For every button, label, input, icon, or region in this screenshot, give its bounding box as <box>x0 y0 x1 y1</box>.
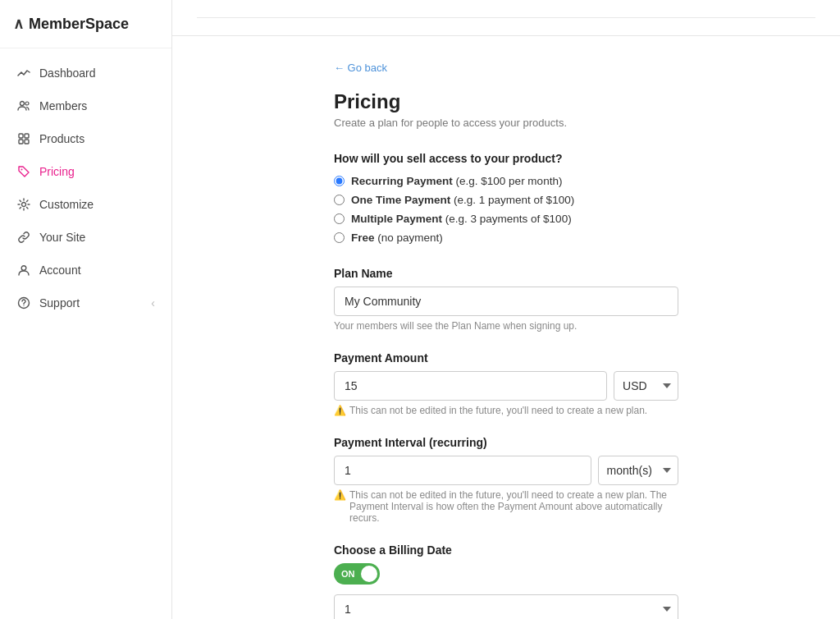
plan-name-input[interactable] <box>334 287 678 316</box>
top-bar <box>172 0 840 36</box>
option-one-time-example: (e.g. 1 payment of $100) <box>454 194 574 206</box>
main-content: ← Go back Pricing Create a plan for peop… <box>172 0 840 619</box>
payment-amount-label: Payment Amount <box>334 351 678 365</box>
toggle-row: ON <box>334 563 678 585</box>
logo: ∧ MemberSpace <box>0 0 171 48</box>
svg-rect-2 <box>19 134 23 138</box>
sidebar-item-support[interactable]: Support ‹ <box>0 287 171 319</box>
pricing-label: Pricing <box>39 165 75 178</box>
sidebar-item-account[interactable]: Account <box>0 254 171 287</box>
option-free-example: (no payment) <box>377 232 443 244</box>
products-label: Products <box>39 132 84 145</box>
logo-icon: ∧ <box>13 15 24 33</box>
link-icon <box>16 230 31 245</box>
payment-amount-warning: ⚠️ This can not be edited in the future,… <box>334 405 678 416</box>
payment-amount-group: Payment Amount USD EUR GBP CAD AUD ⚠️ Th… <box>334 351 678 416</box>
sidebar-item-your-site[interactable]: Your Site <box>0 221 171 254</box>
option-free[interactable]: Free (no payment) <box>334 232 678 244</box>
option-one-time-label: One Time Payment <box>351 194 450 206</box>
plan-name-group: Plan Name Your members will see the Plan… <box>334 267 678 332</box>
page-subtitle: Create a plan for people to access your … <box>334 117 678 129</box>
payment-interval-row: day(s) week(s) month(s) year(s) <box>334 456 678 485</box>
tag-icon <box>16 164 31 179</box>
go-back-link[interactable]: ← Go back <box>334 62 387 74</box>
billing-date-label: Choose a Billing Date <box>334 543 678 557</box>
sidebar-item-products[interactable]: Products <box>0 122 171 155</box>
dashboard-label: Dashboard <box>39 66 96 80</box>
products-icon <box>16 131 31 146</box>
support-label: Support <box>39 296 80 310</box>
sell-access-section: How will you sell access to your product… <box>334 152 678 244</box>
form-container: ← Go back Pricing Create a plan for peop… <box>301 36 711 619</box>
payment-interval-warning-text: This can not be edited in the future, yo… <box>349 489 678 524</box>
content-area: ← Go back Pricing Create a plan for peop… <box>172 36 840 619</box>
option-recurring-label: Recurring Payment <box>351 175 453 187</box>
svg-point-6 <box>21 169 23 171</box>
option-recurring-example: (e.g. $100 per month) <box>456 175 563 187</box>
chart-icon <box>16 66 31 80</box>
customize-label: Customize <box>39 198 94 211</box>
svg-point-7 <box>22 203 26 207</box>
billing-date-select[interactable]: 1 2 3 4 5 6 7 8 9 10 11 12 13 14 15 16 1 <box>334 594 678 619</box>
payment-amount-input[interactable] <box>334 371 607 401</box>
option-one-time[interactable]: One Time Payment (e.g. 1 payment of $100… <box>334 194 678 206</box>
radio-free[interactable] <box>334 232 345 243</box>
plan-name-label: Plan Name <box>334 267 678 280</box>
sell-question: How will you sell access to your product… <box>334 152 678 165</box>
payment-interval-warning: ⚠️ This can not be edited in the future,… <box>334 489 678 524</box>
option-free-label: Free <box>351 232 375 244</box>
billing-date-toggle[interactable]: ON <box>334 563 380 585</box>
sidebar-item-pricing[interactable]: Pricing <box>0 155 171 188</box>
radio-recurring[interactable] <box>334 176 345 186</box>
svg-point-8 <box>21 266 26 271</box>
sidebar: ∧ MemberSpace Dashboard Members <box>0 0 172 619</box>
toggle-knob <box>361 566 377 582</box>
svg-rect-4 <box>19 140 23 144</box>
svg-point-0 <box>21 102 25 106</box>
radio-one-time[interactable] <box>334 195 345 205</box>
toggle-on-label: ON <box>338 569 355 579</box>
svg-point-1 <box>25 102 29 105</box>
option-recurring[interactable]: Recurring Payment (e.g. $100 per month) <box>334 175 678 187</box>
payment-amount-warning-text: This can not be edited in the future, yo… <box>349 405 647 416</box>
plan-name-hint: Your members will see the Plan Name when… <box>334 320 678 332</box>
payment-amount-row: USD EUR GBP CAD AUD <box>334 371 678 401</box>
option-multiple[interactable]: Multiple Payment (e.g. 3 payments of $10… <box>334 213 678 225</box>
currency-select[interactable]: USD EUR GBP CAD AUD <box>614 371 678 401</box>
interval-number-input[interactable] <box>334 456 591 485</box>
people-icon <box>16 99 31 113</box>
gear-icon <box>16 197 31 212</box>
help-icon <box>16 296 31 310</box>
option-multiple-example: (e.g. 3 payments of $100) <box>445 213 572 225</box>
sidebar-item-dashboard[interactable]: Dashboard <box>0 57 171 89</box>
payment-options: Recurring Payment (e.g. $100 per month) … <box>334 175 678 244</box>
sidebar-item-customize[interactable]: Customize <box>0 188 171 221</box>
logo-text: MemberSpace <box>29 16 129 33</box>
billing-date-section: Choose a Billing Date ON 1 2 3 4 5 6 7 8 <box>334 543 678 619</box>
payment-interval-label: Payment Interval (recurring) <box>334 436 678 449</box>
option-multiple-label: Multiple Payment <box>351 213 442 225</box>
person-icon <box>16 263 31 277</box>
interval-select[interactable]: day(s) week(s) month(s) year(s) <box>598 456 678 485</box>
sidebar-nav: Dashboard Members <box>0 57 171 319</box>
svg-rect-5 <box>25 140 29 144</box>
sidebar-item-members[interactable]: Members <box>0 89 171 122</box>
account-label: Account <box>39 264 81 277</box>
svg-rect-3 <box>25 134 29 138</box>
page-title: Pricing <box>334 90 678 113</box>
members-label: Members <box>39 99 87 112</box>
payment-interval-group: Payment Interval (recurring) day(s) week… <box>334 436 678 524</box>
radio-multiple[interactable] <box>334 213 345 224</box>
svg-point-10 <box>23 305 24 306</box>
chevron-left-icon: ‹ <box>151 296 155 310</box>
your-site-label: Your Site <box>39 231 85 244</box>
